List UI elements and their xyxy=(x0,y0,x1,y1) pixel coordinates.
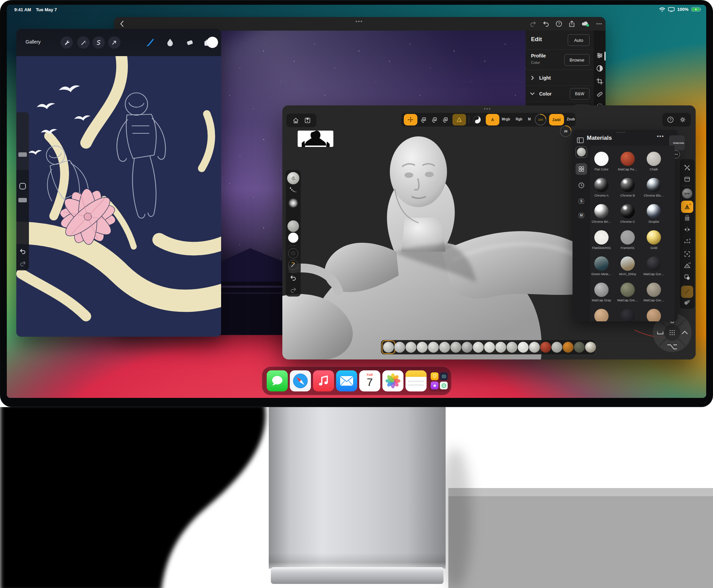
healing-brush-icon[interactable] xyxy=(596,90,603,98)
back-button[interactable] xyxy=(117,19,127,29)
cloud-sync-icon[interactable] xyxy=(581,20,590,27)
material-item[interactable]: Framer01 xyxy=(615,230,641,250)
adjustments-wand-icon[interactable] xyxy=(77,36,89,49)
primitive-button[interactable] xyxy=(452,114,466,125)
material-item[interactable]: Chrome Blu… xyxy=(641,178,667,197)
transform-arrow-icon[interactable] xyxy=(108,36,120,49)
zadd-button[interactable]: Zadd xyxy=(549,114,564,125)
brush-thumbnail[interactable] xyxy=(484,342,495,353)
gallery-button[interactable]: Gallery xyxy=(26,39,40,45)
expand-view-icon[interactable] xyxy=(683,250,691,258)
redo-icon[interactable] xyxy=(289,286,297,294)
actions-wrench-icon[interactable] xyxy=(61,36,73,49)
flip-r-button[interactable]: R xyxy=(441,116,450,124)
polyframe-icon[interactable] xyxy=(683,273,691,281)
panel-more-icon[interactable]: ••• xyxy=(657,133,664,139)
brush-thumbnail[interactable] xyxy=(540,342,551,353)
help-icon[interactable]: ? xyxy=(556,20,562,27)
material-item[interactable] xyxy=(615,309,641,321)
brush-thumbnail[interactable] xyxy=(428,342,439,353)
model-preview-thumbnail[interactable] xyxy=(298,131,333,147)
material-item[interactable]: Chrome B xyxy=(615,178,641,197)
undo-icon[interactable] xyxy=(18,248,27,255)
eraser-icon[interactable] xyxy=(184,37,195,48)
material-item[interactable] xyxy=(590,309,614,321)
zsub-button[interactable]: Zsub xyxy=(567,117,575,121)
active-brush-thumbnail[interactable] xyxy=(287,172,299,184)
material-item[interactable]: Chrome Bri… xyxy=(590,204,614,223)
dock-app-calendar[interactable]: TUE 7 xyxy=(359,370,380,391)
recent-clock-icon[interactable] xyxy=(576,180,587,191)
mrgb-button[interactable]: Mrgb xyxy=(502,117,510,121)
stroke-falloff-icon[interactable] xyxy=(289,186,297,194)
brush-thumbnail[interactable] xyxy=(495,342,506,353)
m-button[interactable]: M xyxy=(528,117,531,121)
material-item[interactable]: Droplet xyxy=(641,204,667,223)
active-color-circle[interactable] xyxy=(207,37,218,48)
brush-adjust-button[interactable] xyxy=(288,260,298,270)
undo-icon[interactable] xyxy=(543,20,549,27)
material-item[interactable]: MatCap Gre… xyxy=(641,283,667,302)
bw-button[interactable]: B&W xyxy=(570,88,590,100)
opacity-handle[interactable] xyxy=(18,198,27,202)
paint-brush-icon[interactable] xyxy=(145,37,156,48)
material-item[interactable]: MatCap Gor… xyxy=(641,256,667,276)
material-item[interactable]: MatCap Re… xyxy=(615,152,641,171)
crop-icon[interactable] xyxy=(596,78,603,85)
material-item[interactable]: Gold xyxy=(641,230,667,250)
material-item[interactable]: Flat Color xyxy=(590,152,614,171)
material-item[interactable]: MatCap Gre… xyxy=(615,283,641,302)
brush-thumbnail[interactable] xyxy=(394,342,405,353)
light-section-row[interactable]: Light xyxy=(526,70,594,86)
draw-a-button[interactable]: A xyxy=(486,114,499,125)
dock-app-messages[interactable] xyxy=(267,370,288,391)
dock-app-folder[interactable] xyxy=(429,370,450,391)
smudge-finger-icon[interactable] xyxy=(165,37,176,48)
paint-disabled-button[interactable] xyxy=(681,286,693,298)
brush-thumbnail[interactable] xyxy=(462,342,472,353)
snapshot-icon[interactable]: D xyxy=(683,238,691,246)
brush-thumbnail[interactable] xyxy=(529,342,540,353)
matcap-materials-tab[interactable]: M xyxy=(576,209,587,221)
modify-button[interactable] xyxy=(19,183,26,189)
flip-h-button[interactable]: H xyxy=(419,116,428,124)
symmetry-icon[interactable] xyxy=(683,226,691,233)
undo-icon[interactable] xyxy=(289,274,297,282)
tone-curve-icon[interactable] xyxy=(596,65,603,72)
window-drag-handle[interactable]: ••• xyxy=(484,107,491,111)
home-icon[interactable] xyxy=(293,117,299,124)
material-thumbnail[interactable] xyxy=(287,220,299,232)
brush-thumbnail[interactable] xyxy=(473,342,484,353)
brush-thumbnail[interactable] xyxy=(518,342,529,353)
material-item[interactable]: Chalk xyxy=(641,152,667,171)
more-icon[interactable] xyxy=(596,20,602,27)
edit-sliders-icon[interactable] xyxy=(596,52,603,59)
material-item[interactable]: Chrome A xyxy=(590,178,614,197)
current-material-thumb[interactable] xyxy=(576,146,587,158)
gizmo-button[interactable] xyxy=(404,114,417,125)
brush-thumbnail[interactable] xyxy=(585,342,596,353)
texture-circle-button[interactable] xyxy=(288,248,298,258)
flip-s-button[interactable]: S xyxy=(430,116,439,124)
save-icon[interactable] xyxy=(304,117,311,123)
brush-thumbnail[interactable] xyxy=(551,342,562,353)
window-drag-handle[interactable]: ••• xyxy=(355,20,363,23)
color-section-row[interactable]: Color B&W xyxy=(526,86,594,102)
procreate-canvas[interactable] xyxy=(16,56,221,337)
material-item[interactable]: Green Meta… xyxy=(590,256,614,276)
dock-app-notes[interactable] xyxy=(405,370,427,391)
redo-icon[interactable] xyxy=(18,260,27,267)
rgb-intensity-dial[interactable]: 100 xyxy=(535,114,546,125)
standard-materials-tab[interactable]: S xyxy=(576,195,587,207)
grid-view-button[interactable] xyxy=(576,163,587,175)
panels-icon[interactable] xyxy=(683,175,691,183)
tools-icon[interactable] xyxy=(683,164,691,171)
brush-thumbnail[interactable] xyxy=(417,342,428,353)
panel-sidebar-toggle-icon[interactable] xyxy=(577,137,584,144)
material-item[interactable] xyxy=(641,309,667,321)
floor-grid-button[interactable]: D xyxy=(681,201,693,213)
share-icon[interactable] xyxy=(568,20,575,27)
brush-thumbnail[interactable] xyxy=(383,342,394,353)
brush-thumbnail[interactable] xyxy=(507,342,517,353)
brush-thumbnail[interactable] xyxy=(574,342,585,353)
